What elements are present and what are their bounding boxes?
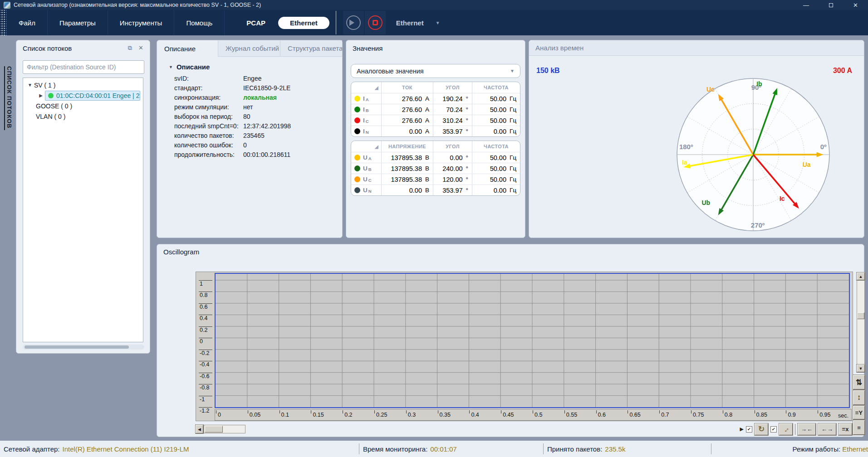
values-type-dropdown[interactable]: Аналоговые значения ▼: [351, 64, 520, 78]
network-adapter-status: Сетевой адаптер:Intel(R) Ethernet Connec…: [0, 443, 359, 454]
frequency-cell: 50.00Гц: [472, 93, 520, 104]
column-header[interactable]: УГОЛ: [433, 141, 472, 152]
collapse-icon[interactable]: ▼: [27, 83, 33, 88]
stream-filter-input[interactable]: [23, 60, 144, 74]
current-values-table: ◢ТОКУГОЛЧАСТОТАIA276.60А190.24°50.00ГцIB…: [351, 82, 520, 137]
maximize-button[interactable]: [829, 3, 833, 7]
close-panel-icon[interactable]: ✕: [138, 44, 143, 52]
phasor-panel: Анализ времен 150 kB 300 A 0º90º180º270º…: [529, 40, 864, 238]
close-button[interactable]: ✕: [853, 2, 858, 9]
field-label: синхронизация:: [174, 94, 243, 101]
fit-button[interactable]: ↔: [779, 423, 793, 435]
tab-event-log[interactable]: Журнал событий: [218, 40, 280, 57]
field-label: продолжительность:: [174, 151, 243, 158]
work-area: СПИСОК ПОТОКОВ Список потоков ⧉ ✕ ▼ SV (…: [0, 35, 868, 441]
x-tick-label: 0.1: [281, 412, 289, 418]
x-tick: [659, 410, 660, 413]
minimize-button[interactable]: —: [803, 2, 809, 9]
oscillogram-plot: [215, 273, 850, 408]
tree-item-sv[interactable]: ▼ SV ( 1 ): [23, 80, 143, 90]
table-row-ia: IA276.60А190.24°50.00Гц: [351, 93, 520, 104]
selected-stream-row[interactable]: 01:0C:CD:04:00:01 Engee | 235.5k: [45, 91, 140, 101]
float-panel-icon[interactable]: ⧉: [128, 44, 132, 52]
stop-capture-button[interactable]: [365, 11, 386, 34]
expand-icon[interactable]: ▶: [38, 93, 44, 98]
start-capture-button[interactable]: [343, 11, 364, 34]
interface-selector[interactable]: Ethernet ▼: [396, 19, 440, 27]
menu-item-file[interactable]: Файл: [6, 10, 48, 35]
tree-item-stream[interactable]: ▶ 01:0C:CD:04:00:01 Engee | 235.5k: [23, 90, 143, 101]
field-value: Engee: [243, 75, 261, 82]
auto-refresh-checkbox[interactable]: ✔: [746, 426, 752, 433]
streams-horizontal-scrollbar[interactable]: [23, 345, 144, 350]
pcap-mode-button[interactable]: PCAP: [246, 19, 265, 27]
column-header[interactable]: ЧАСТОТА: [472, 141, 520, 152]
phase-color-dot: [354, 96, 360, 102]
menu-item-help[interactable]: Помощь: [174, 10, 225, 35]
layout-button[interactable]: ≡: [853, 420, 865, 435]
frequency-cell: 0.00Гц: [472, 126, 520, 136]
tree-item-goose[interactable]: GOOSE ( 0 ): [23, 101, 143, 111]
sort-icon[interactable]: ◢: [351, 82, 381, 93]
phase-color-dot: [354, 187, 360, 193]
svg-text:Ub: Ub: [702, 199, 711, 206]
scroll-up-button[interactable]: ▲: [857, 272, 865, 280]
menu-item-parameters[interactable]: Параметры: [48, 10, 108, 35]
description-field: количество ошибок:0: [157, 140, 342, 150]
ethernet-mode-button[interactable]: Ethernet: [278, 17, 329, 29]
stream-label: 01:0C:CD:04:00:01 Engee | 235.5k: [56, 92, 140, 99]
tab-packet-structure[interactable]: Структура пакета: [280, 40, 342, 57]
time-analysis-tab[interactable]: Анализ времен: [535, 44, 584, 52]
stop-icon: [373, 20, 378, 25]
tree-item-vlan[interactable]: VLAN ( 0 ): [23, 111, 143, 122]
auto-fit-checkbox[interactable]: ✔: [770, 426, 777, 433]
streams-dock-tab[interactable]: СПИСОК ПОТОКОВ: [4, 66, 13, 130]
x-tick: [564, 410, 565, 413]
compress-x-button[interactable]: →←: [798, 423, 816, 435]
description-field: режим симуляции:нет: [157, 102, 342, 112]
y-tick-label: 0.2: [200, 327, 207, 333]
equalize-x-button[interactable]: =x: [839, 423, 852, 435]
description-section-header[interactable]: ▼ Описание: [157, 57, 342, 73]
column-header[interactable]: ЧАСТОТА: [472, 82, 520, 93]
compress-y-button[interactable]: ⇅: [853, 375, 865, 389]
expand-y-button[interactable]: ↕: [853, 390, 865, 405]
x-tick: [723, 410, 723, 413]
equalize-y-button[interactable]: =Y: [853, 406, 865, 419]
expand-x-button[interactable]: ←→: [818, 423, 836, 435]
description-panel: Описание Журнал событий Структура пакета…: [157, 40, 343, 238]
scrollbar-thumb[interactable]: [25, 345, 129, 349]
oscillogram-vertical-scrollbar[interactable]: [857, 272, 865, 372]
y-tick-label: 0.4: [200, 315, 207, 321]
oscillogram-frame: 10.80.60.40.20-0.2-0.4-0.6-0.8-1-1.2 sec…: [196, 272, 853, 421]
status-value: 00:01:07: [430, 445, 456, 453]
field-label: выборок на период:: [174, 113, 243, 120]
y-tick-label: -0.6: [200, 373, 210, 379]
column-header[interactable]: НАПРЯЖЕНИЕ: [381, 141, 433, 152]
app-icon: [4, 2, 10, 9]
field-label: последний smpCnt=0:: [174, 122, 243, 130]
scroll-right-button[interactable]: ▶: [740, 426, 744, 432]
scroll-left-button[interactable]: ◀: [196, 425, 203, 433]
column-header[interactable]: УГОЛ: [433, 82, 472, 93]
frequency-cell: 50.00Гц: [472, 163, 520, 174]
y-tick-label: 0.6: [200, 304, 207, 310]
tree-item-goose-label: GOOSE ( 0 ): [35, 102, 72, 110]
toolbar-separator: [336, 11, 336, 34]
table-row-ic: IC276.60А310.24°50.00Гц: [351, 115, 520, 126]
values-panel: Значения Аналоговые значения ▼ ◢ТОКУГОЛЧ…: [346, 40, 525, 238]
menu-item-tools[interactable]: Инструменты: [108, 10, 175, 35]
column-header[interactable]: ТОК: [381, 82, 433, 93]
y-tick-label: 0: [200, 338, 203, 345]
svg-text:Ua: Ua: [803, 161, 811, 168]
y-tick-label: 0.8: [200, 292, 207, 298]
scroll-down-button[interactable]: ▼: [857, 365, 865, 372]
tab-description[interactable]: Описание: [157, 40, 218, 57]
h-scrollbar-thumb[interactable]: [205, 426, 223, 433]
v-scrollbar-thumb[interactable]: [857, 312, 864, 319]
toolbar-grip-handle[interactable]: [0, 10, 6, 35]
refresh-button[interactable]: ↻: [755, 423, 768, 435]
oscillogram-x-axis: sec. 00.050.10.150.20.250.30.350.40.450.…: [215, 409, 852, 421]
x-tick-label: 0.6: [598, 412, 606, 418]
sort-icon[interactable]: ◢: [351, 141, 381, 152]
